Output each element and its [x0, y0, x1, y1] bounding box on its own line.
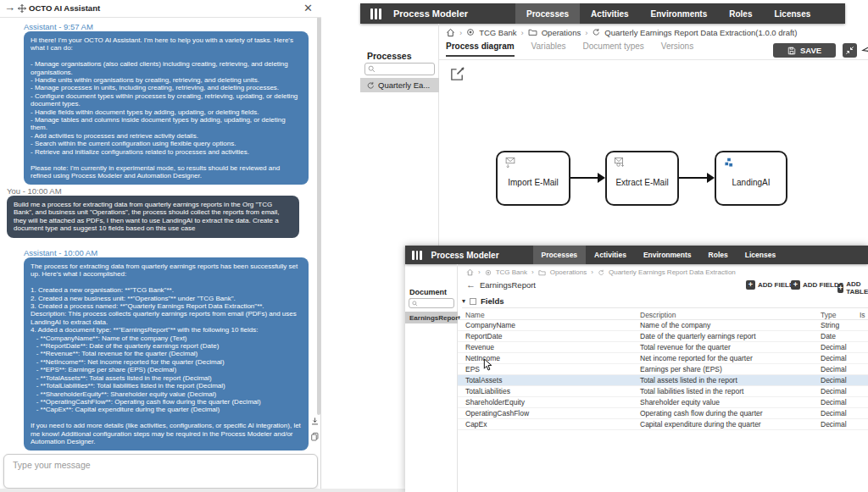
move-icon[interactable]: [17, 3, 27, 14]
chevron-down-icon[interactable]: ▾: [462, 297, 465, 305]
cell-description: Capital expenditure during the quarter: [640, 420, 761, 428]
cell-description: Earnings per share (EPS): [640, 365, 722, 373]
nav-environments[interactable]: Environments: [640, 3, 719, 24]
table-row[interactable]: NetIncome Net income reported for the qu…: [458, 353, 868, 364]
main-nav: Processes Activities Environments Roles …: [533, 246, 785, 264]
publish-icon[interactable]: [860, 41, 868, 58]
fields-table: Name Description Type Is CompanyName Nam…: [458, 310, 868, 430]
nav-licenses[interactable]: Licenses: [737, 246, 784, 264]
table-row[interactable]: EPS Earnings per share (EPS) Decimal: [458, 364, 868, 375]
nav-roles[interactable]: Roles: [700, 246, 737, 264]
message-meta: You - 10:00 AM: [7, 186, 62, 196]
tab-versions[interactable]: Versions: [661, 41, 693, 57]
add-field-button[interactable]: + ADD FIELD: [746, 280, 794, 290]
copy-message-icon[interactable]: [310, 432, 320, 442]
breadcrumb-org[interactable]: TCG Bank: [496, 268, 527, 276]
col-name: Name: [465, 311, 485, 319]
cell-name: ReportDate: [465, 332, 502, 340]
download-message-icon[interactable]: [310, 417, 320, 427]
assistant-message: Hi there! I'm your OCTO AI Assistant. I'…: [24, 31, 309, 185]
chat-input-container: [3, 454, 318, 489]
folder-icon: [538, 269, 546, 276]
home-icon[interactable]: [446, 28, 455, 37]
chat-header: → OCTO AI Assistant ✕: [0, 0, 321, 18]
save-button-label: SAVE: [800, 46, 821, 55]
organisation-icon: [485, 269, 492, 276]
table-row[interactable]: CapEx Capital expenditure during the qua…: [458, 419, 868, 430]
table-row[interactable]: CompanyName Name of the company String: [458, 320, 868, 331]
nav-processes[interactable]: Processes: [515, 3, 580, 24]
doctype-name: EarningsReport: [480, 280, 536, 290]
tab-variables[interactable]: Variables: [531, 41, 566, 57]
message-meta: Assistant - 10:00 AM: [24, 248, 97, 257]
save-button[interactable]: SAVE: [773, 43, 836, 58]
process-icon: [598, 269, 604, 276]
app-logo-icon[interactable]: [370, 8, 381, 19]
breadcrumb-separator: ›: [478, 268, 481, 276]
fields-checkbox[interactable]: [470, 298, 476, 305]
organisation-icon: [466, 28, 475, 36]
sidebar-item-doctype[interactable]: EarningsReport: [405, 312, 458, 323]
nav-processes[interactable]: Processes: [533, 246, 587, 264]
cell-type: Decimal: [821, 387, 847, 395]
table-row[interactable]: ReportDate Date of the quarterly earning…: [458, 331, 868, 342]
cell-type: Decimal: [821, 420, 847, 428]
add-table-button[interactable]: + ADD TABLE: [837, 280, 868, 296]
sidebar-item-process[interactable]: Quarterly Ea...: [360, 78, 439, 92]
sidebar-item-label: Quarterly Ea...: [378, 80, 430, 90]
cell-type: Decimal: [821, 409, 847, 417]
breadcrumb-unit[interactable]: Operations: [542, 28, 581, 37]
save-icon: [787, 47, 796, 55]
process-search-input[interactable]: [364, 63, 435, 75]
tab-document-types[interactable]: Document types: [583, 41, 644, 57]
chat-scrollbar[interactable]: [317, 17, 320, 415]
edge-arrowhead: [707, 173, 715, 183]
table-row[interactable]: Revenue Total revenue for the quarter De…: [458, 342, 868, 353]
node-landingai[interactable]: LandingAI: [715, 151, 787, 206]
nav-roles[interactable]: Roles: [718, 3, 763, 24]
process-modeler-window: Process Modeler Processes Activities Env…: [360, 3, 868, 246]
nav-activities[interactable]: Activities: [580, 3, 639, 24]
node-import-email[interactable]: Import E-Mail: [496, 151, 570, 206]
breadcrumb-org[interactable]: TCG Bank: [479, 28, 516, 37]
table-row[interactable]: OperatingCashFlow Operating cash flow du…: [458, 408, 868, 419]
nav-activities[interactable]: Activities: [586, 246, 635, 264]
col-is: Is: [860, 311, 865, 319]
table-row-selected[interactable]: TotalAssets Total assets listed in the r…: [458, 375, 868, 386]
node-label: LandingAI: [716, 178, 786, 187]
cell-name: CapEx: [465, 420, 487, 428]
breadcrumb-unit[interactable]: Opoerations: [550, 268, 587, 276]
fields-section-header[interactable]: ▾ Fields: [462, 295, 868, 308]
cell-description: Total liabilities listed in the report: [640, 387, 743, 395]
breadcrumb: › TCG Bank › Opoerations › Quarterly Ear…: [466, 268, 736, 277]
cell-name: TotalAssets: [465, 376, 502, 384]
arrow-right-icon[interactable]: →: [4, 2, 15, 14]
doctype-header: ← EarningsReport: [466, 279, 536, 290]
back-arrow-icon[interactable]: ←: [466, 279, 476, 290]
table-row[interactable]: ShareholderEquity Shareholder equity val…: [458, 397, 868, 408]
breadcrumb-process[interactable]: Quarterly Earnings Report Data Extractio…: [604, 28, 797, 37]
cell-description: Total assets listed in the report: [640, 376, 737, 384]
close-icon[interactable]: ✕: [303, 2, 313, 14]
tab-process-diagram[interactable]: Process diagram: [446, 41, 515, 57]
doctype-search-input[interactable]: [409, 298, 454, 308]
nav-licenses[interactable]: Licenses: [763, 3, 821, 24]
cell-description: Name of the company: [640, 321, 710, 329]
node-extract-email[interactable]: Extract E-Mail: [605, 151, 679, 206]
process-icon: [592, 28, 600, 36]
collapse-icon[interactable]: [843, 43, 857, 58]
chat-message-input[interactable]: [4, 455, 317, 488]
edit-diagram-icon[interactable]: [449, 66, 465, 82]
edge-arrowhead: [598, 173, 605, 183]
nav-environments[interactable]: Environments: [635, 246, 700, 264]
document-types-sidebar: Document types EarningsReport: [405, 264, 458, 492]
add-fields-icon: +: [791, 280, 800, 290]
add-field-label: ADD FIELD: [758, 281, 794, 289]
add-fields-button[interactable]: + ADD FIELDS: [791, 280, 843, 290]
import-email-icon: [504, 157, 516, 169]
app-logo-icon[interactable]: [412, 251, 422, 260]
table-row[interactable]: TotalLiabilities Total liabilities liste…: [458, 386, 868, 397]
cell-type: Decimal: [821, 365, 847, 373]
cell-name: ShareholderEquity: [465, 398, 525, 406]
home-icon[interactable]: [466, 268, 474, 276]
